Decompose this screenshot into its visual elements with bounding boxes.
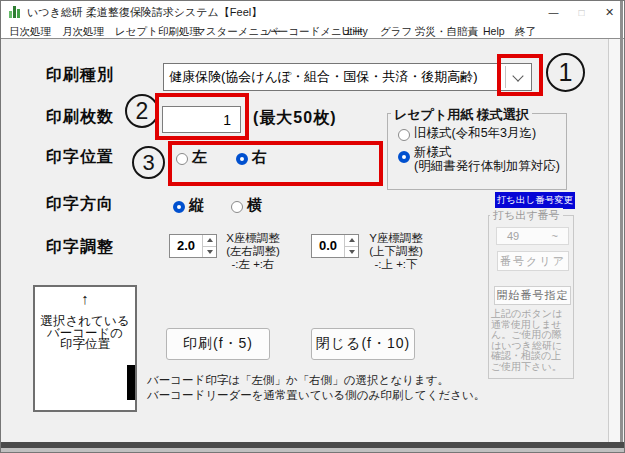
direction-label: 印字方向 [46, 194, 114, 215]
menu-bar: 日次処理 月次処理 レセプト印刷処理 マスターメニュー バーコードメニュー Ut… [1, 23, 624, 39]
preview-caption: 選択されている バーコードの 印字位置 [35, 316, 135, 351]
app-icon [9, 6, 20, 18]
number-clear-button[interactable]: 番号クリア [497, 251, 569, 271]
close-icon: ✕ [605, 6, 614, 19]
paper-style-old-label: 旧様式(令和5年3月迄) [414, 125, 536, 142]
menu-receipt-print[interactable]: レセプト印刷処理 [115, 25, 200, 39]
specify-start-number-button[interactable]: 開始番号指定 [494, 286, 571, 305]
menu-daily[interactable]: 日次処理 [9, 25, 51, 39]
menu-exit[interactable]: 終了 [515, 25, 536, 39]
down-arrow-icon [207, 250, 213, 254]
print-type-label: 印刷種別 [46, 65, 114, 86]
x-adjust-caption: X座標調整 (左右調整) -:左 +:右 [215, 232, 291, 271]
copies-input[interactable] [162, 106, 241, 133]
start-number-field[interactable]: 49 ~ [496, 227, 569, 245]
minimize-icon: — [549, 7, 559, 18]
up-arrow-icon [349, 238, 355, 242]
maximize-icon: □ [578, 7, 584, 18]
menu-monthly[interactable]: 月次処理 [62, 25, 104, 39]
copies-max-hint: (最大50枚) [253, 108, 336, 129]
menu-help[interactable]: Help [483, 25, 505, 37]
annotation-circle-1: 1 [546, 53, 585, 92]
print-button[interactable]: 印刷(f・5) [166, 328, 270, 360]
copies-label: 印刷枚数 [46, 107, 114, 128]
start-number-value: 49 [507, 230, 519, 242]
y-adjust-up-button[interactable] [345, 235, 358, 246]
title-bar: いつき総研 柔道整復保険請求システム【Feel】 [1, 1, 624, 23]
direction-vertical-radio[interactable] [173, 201, 185, 213]
annotation-circle-3: 3 [132, 146, 165, 179]
paper-style-title: レセプト用紙 様式選択 [391, 106, 532, 124]
position-right-label: 右 [252, 148, 268, 167]
direction-horizontal-radio[interactable] [231, 201, 243, 213]
direction-horizontal-label: 横 [247, 196, 263, 215]
y-adjust-stepper[interactable]: 0.0 [311, 234, 359, 258]
position-left-label: 左 [192, 148, 208, 167]
x-adjust-value: 2.0 [170, 235, 202, 257]
annotation-circle-2: 2 [125, 94, 159, 128]
menu-rosai-jibai[interactable]: 労災・自賠責 [415, 25, 478, 39]
app-window: いつき総研 柔道整復保険請求システム【Feel】 — □ ✕ 日次処理 月次処理… [0, 0, 625, 453]
print-type-value: 健康保険(協会けんぽ・組合・国保・共済・後期高齢) [169, 64, 478, 90]
x-adjust-stepper[interactable]: 2.0 [169, 234, 217, 258]
down-arrow-icon [349, 250, 355, 254]
y-adjust-down-button[interactable] [345, 246, 358, 258]
paper-style-old-radio[interactable] [398, 129, 410, 141]
number-panel-note: 上記のボタンは通常使用しません。ご使用の際はいつき総研に確認・相談の上ご使用下さ… [491, 309, 570, 372]
up-arrow-icon [207, 238, 213, 242]
paper-style-new-radio[interactable] [398, 151, 410, 163]
barcode-position-preview: ↑ 選択されている バーコードの 印字位置 [33, 285, 137, 412]
maximize-button[interactable]: □ [569, 1, 594, 23]
footnote-line-2: バーコードリーダーを通常置いている側のみ印刷してください。 [147, 388, 485, 403]
number-group-title: 打ち出す番号 [490, 208, 563, 223]
close-form-button[interactable]: 閉じる(f・10) [311, 328, 415, 360]
range-tilde: ~ [552, 230, 558, 242]
window-right-border [620, 1, 623, 452]
close-button[interactable]: ✕ [597, 1, 622, 23]
window-title: いつき総研 柔道整復保険請求システム【Feel】 [27, 5, 262, 20]
change-number-button[interactable]: 打ち出し番号変更 [495, 192, 575, 209]
menu-graph[interactable]: グラフ [380, 25, 412, 39]
menu-utility[interactable]: Utility [342, 25, 368, 37]
position-right-radio[interactable] [236, 153, 248, 165]
direction-vertical-label: 縦 [189, 196, 205, 215]
position-left-radio[interactable] [176, 153, 188, 165]
y-adjust-value: 0.0 [312, 235, 344, 257]
barcode-bar [127, 365, 135, 400]
window-bottom-edge [1, 448, 624, 452]
y-adjust-caption: Y座標調整 (上下調整) -:上 +:下 [358, 232, 434, 271]
paper-style-new-sublabel: (明細書発行体制加算対応) [414, 158, 560, 175]
footnote-line-1: バーコード印字は「左側」か「右側」の選択となります。 [147, 373, 449, 388]
up-arrow-glyph: ↑ [35, 290, 135, 307]
minimize-button[interactable]: — [541, 1, 566, 23]
position-label: 印字位置 [46, 147, 114, 168]
annotation-rect-1 [497, 54, 543, 96]
adjust-label: 印字調整 [46, 237, 114, 258]
print-type-combobox[interactable]: 健康保険(協会けんぽ・組合・国保・共済・後期高齢) [163, 63, 532, 91]
